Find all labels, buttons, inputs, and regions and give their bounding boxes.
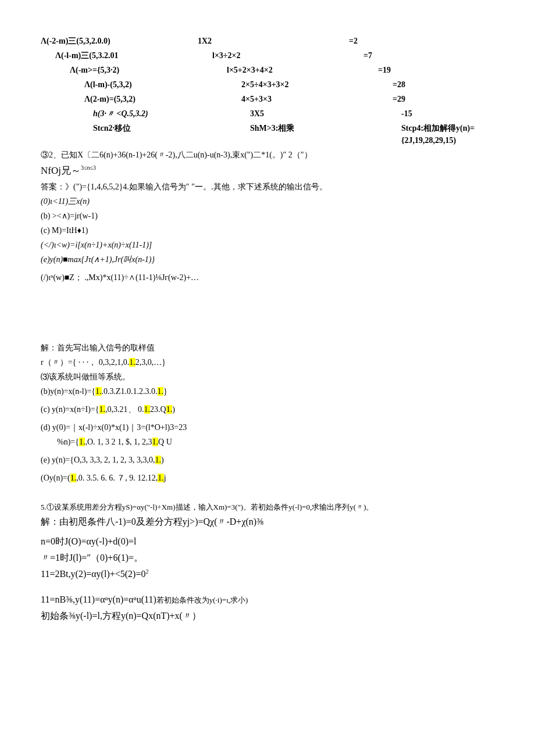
table-row: Λ(-l-m)三(5,3.2.01 l×3÷2×2 =7	[41, 49, 494, 62]
text-line: (e) y(n)={O,3, 3,3, 2, 1, 2, 3, 3,3,0,1.…	[41, 454, 494, 466]
text: )	[161, 456, 164, 464]
table-row: Λ(-m>={5,3·2) l×5+2×3+4×2 =19	[41, 64, 494, 76]
text-line: (d) y(0)=｜x(-l)÷x(0)*x(1)｜3=(l*O+l)3=23	[41, 421, 494, 433]
text-line: 答案：》(")={1,4,6,5,2}4.如果输入信号为″ ″一。.其他，求下述…	[41, 181, 494, 193]
text: j	[164, 474, 166, 482]
cell: l×3÷2×2	[212, 49, 363, 62]
text-line: (0)ι<11)三x(n)	[41, 195, 494, 207]
highlight: 1.	[95, 387, 102, 396]
text: %n)={	[57, 438, 79, 446]
highlight: 1.	[70, 474, 77, 482]
table-row: Stcn2·移位 ShM>3:相乘 Stcp4:相加解得y(n)={2J,19,…	[41, 122, 494, 146]
text: Q U	[158, 438, 172, 446]
cell: 1X2	[198, 35, 349, 47]
cell: 4×5+3×3	[241, 93, 393, 105]
cell: Λ(l-m)-(5,3,2)	[41, 78, 241, 91]
text-line: NfOj兄～3≤n≤3	[41, 163, 494, 178]
table-row: Λ(2-m)=(5,3,2) 4×5+3×3 =29	[41, 93, 494, 105]
cell: Stcp4:相加解得y(n)={2J,19,28,29,15)	[401, 122, 494, 146]
text-line: 〃=1时J(l)=″（0)+6(1)=。	[41, 551, 494, 565]
superscript: 3≤n≤3	[81, 164, 96, 171]
highlight: 1.	[144, 405, 151, 414]
cell: =19	[378, 64, 494, 76]
text: 2,3,0,…}	[135, 358, 166, 367]
text-line: (b) ><∧)=jr(w-1)	[41, 210, 494, 222]
highlight: 1.	[79, 438, 85, 446]
text: 11=2Bt,y(2)=αy(l)+<5(2)=0	[41, 569, 145, 579]
text: (Oy(n)=(	[41, 474, 70, 482]
text: (b)y(n)=x(n-l)={	[41, 387, 95, 396]
text: ,0. 3.5. 6. 6. ７, 9. 12.12,	[76, 474, 158, 482]
text-line: (</)ι<w)=i[x(n÷1)+x(n)÷x(11-1)]	[41, 239, 494, 251]
cell: Λ(-2-m)三(5,3,2.0.0)	[41, 35, 198, 47]
cell: Λ(-m>={5,3·2)	[41, 64, 227, 76]
text: ,O. 1, 3 2 1, $, 1, 2,3	[85, 438, 152, 446]
text: .0.3.Z1.0.1.2.3.0.	[102, 387, 158, 396]
text-line: r（〃）={ · · ·， 0,3,2,1,0.1.2,3,0,…}	[41, 356, 494, 368]
text-line: 11=2Bt,y(2)=αy(l)+<5(2)=02	[41, 567, 494, 581]
cell: 2×5÷4×3+3×2	[241, 78, 393, 91]
text: 23.Q	[150, 405, 166, 414]
cell: Stcn2·移位	[41, 122, 250, 146]
text: 若初始条件改为y(·i)=ι,求小)	[156, 596, 248, 604]
label: NfOj兄～	[41, 165, 81, 176]
text-line: n=0时J(O)=αy(-l)+d(0)=l	[41, 535, 494, 549]
cell: h(3·〃 <Q.5,3.2)	[41, 108, 250, 120]
highlight: 1.	[158, 387, 164, 396]
highlight: 1.	[152, 438, 159, 446]
text-line: (e)y(n)■max{Jτ(∧+1),Jr(叫x(n-1)}	[41, 253, 494, 266]
text-line: 5.①设某系统用差分方程yS)=αy("-l)+Xm)描述，输入Xm)=3(")…	[41, 501, 494, 513]
text: 11=nB⅜,y(11)=αⁿy(n)=αⁿu(11)	[41, 594, 156, 604]
cell: 3X5	[250, 108, 401, 120]
text: )	[172, 405, 175, 414]
table-section: Λ(-2-m)三(5,3,2.0.0) 1X2 =2 Λ(-l-m)三(5,3.…	[41, 35, 494, 146]
text-line: (c) y(n)=x(n÷I)={1.,0,3.21、 0.1.23.Q1.)	[41, 403, 494, 415]
text-line: (Oy(n)=(1.,0. 3.5. 6. 6. ７, 9. 12.12,1.j	[41, 472, 494, 484]
table-row: h(3·〃 <Q.5,3.2) 3X5 -15	[41, 108, 494, 120]
text-line: %n)={1.,O. 1, 3 2 1, $, 1, 2,31.Q U	[41, 436, 494, 448]
cell: ShM>3:相乘	[250, 122, 401, 146]
highlight: 1.	[129, 358, 135, 367]
superscript: 2	[145, 568, 148, 575]
text: (e) y(n)={O,3, 3,3, 2, 1, 2, 3, 3,3,0,	[41, 456, 155, 464]
highlight: 1.	[155, 456, 162, 464]
highlight: 1.	[166, 405, 173, 414]
cell: -15	[401, 108, 494, 120]
text-line: ③2、已知X〔二6(n)+36(n-1)+26(〃-2),八二u(n)-u(n-…	[41, 149, 494, 161]
text-line: (b)y(n)=x(n-l)={1..0.3.Z1.0.1.2.3.0.1.}	[41, 385, 494, 397]
cell: l×5+2×3+4×2	[227, 64, 378, 76]
highlight: 1.	[99, 405, 106, 414]
cell: =2	[349, 35, 494, 47]
cell: =28	[393, 78, 494, 91]
text: ,0,3.21、 0.	[105, 405, 144, 414]
text-line: (c) M)=ItH♦1)	[41, 224, 494, 237]
text: }	[163, 387, 167, 396]
highlight: 1.	[158, 474, 164, 482]
text: r（〃）={ · · ·， 0,3,2,1,0.	[41, 358, 129, 367]
text-line: 11=nB⅜,y(11)=αⁿy(n)=αⁿu(11)若初始条件改为y(·i)=…	[41, 593, 494, 607]
table-row: Λ(l-m)-(5,3,2) 2×5÷4×3+3×2 =28	[41, 78, 494, 91]
cell: =29	[393, 93, 494, 105]
table-row: Λ(-2-m)三(5,3,2.0.0) 1X2 =2	[41, 35, 494, 47]
cell: Λ(-l-m)三(5,3.2.01	[41, 49, 212, 62]
cell: Λ(2-m)=(5,3,2)	[41, 93, 241, 105]
solution-header: 解：首先写出输入信号的取样值	[41, 342, 494, 354]
text: (c) y(n)=x(n÷I)={	[41, 405, 99, 414]
text-line: ⑶该系统叫做恒等系统。	[41, 371, 494, 383]
text-line: (/)ιⁿ(w)■Z； .,Mx)*x(11)÷∧(11-1)⅛Jг(w-2)+…	[41, 271, 494, 284]
text-line: 解：由初咫条件八-1)=0及差分方程yj>)=Qχ(〃-D+χ(n)⅜	[41, 515, 494, 529]
text-line: 初始条⅜y(-l)=l,方程y(n)=Qx(nT)+x(〃）	[41, 609, 494, 623]
cell: =7	[363, 49, 494, 62]
